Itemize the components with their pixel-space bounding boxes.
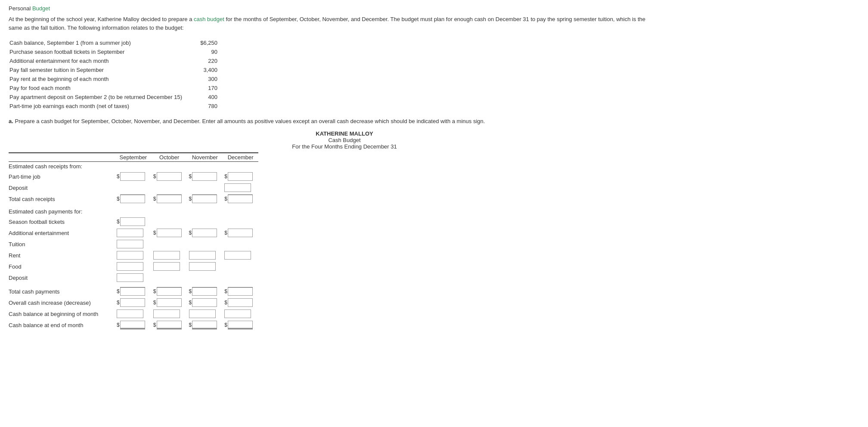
info-value: 170 xyxy=(200,84,235,92)
total-receipts-row: Total cash receipts $ $ $ xyxy=(9,193,258,204)
entertainment-sep-input[interactable] xyxy=(117,229,143,237)
deposit-dec-cell xyxy=(223,182,258,193)
total-payments-oct-input[interactable] xyxy=(157,287,182,296)
info-value: $6,250 xyxy=(200,39,235,47)
dollar-sign: $ xyxy=(189,196,192,202)
total-receipts-oct-input[interactable] xyxy=(157,195,182,203)
info-label: Part-time job earnings each month (net o… xyxy=(9,102,199,110)
part-time-job-row: Part-time job $ $ $ xyxy=(9,171,258,182)
tuition-sep-input[interactable] xyxy=(117,240,143,248)
overall-sep-cell: $ xyxy=(115,297,152,308)
dollar-sign: $ xyxy=(153,196,156,202)
total-payments-row: Total cash payments $ $ $ xyxy=(9,286,258,297)
info-label: Pay for food each month xyxy=(9,84,199,92)
receipts-header-row: Estimated cash receipts from: xyxy=(9,162,258,171)
cash-beg-nov-input[interactable] xyxy=(189,309,216,318)
total-payments-oct-cell: $ xyxy=(152,286,187,297)
budget-header: KATHERINE MALLOY Cash Budget For the Fou… xyxy=(9,130,680,150)
tuition-label: Tuition xyxy=(9,238,115,250)
deposit-payments-label: Deposit xyxy=(9,272,115,283)
total-payments-sep-input[interactable] xyxy=(120,287,145,296)
dollar-sign: $ xyxy=(117,288,120,294)
cash-end-sep-input[interactable] xyxy=(120,321,145,329)
col-dec-header: December xyxy=(223,153,258,162)
rent-label: Rent xyxy=(9,250,115,261)
info-label: Purchase season football tickets in Sept… xyxy=(9,48,199,56)
part-time-job-label: Part-time job xyxy=(9,171,115,182)
part-time-dec-input[interactable] xyxy=(228,172,253,181)
rent-sep-input[interactable] xyxy=(117,251,143,260)
food-sep-input[interactable] xyxy=(117,262,143,271)
deposit-receipts-label: Deposit xyxy=(9,182,115,193)
cash-end-oct-input[interactable] xyxy=(157,321,182,329)
deposit-payments-sep-input[interactable] xyxy=(117,273,143,282)
cash-beg-sep-cell xyxy=(115,308,152,319)
dollar-sign: $ xyxy=(189,288,192,294)
total-receipts-nov-input[interactable] xyxy=(192,195,217,203)
season-sep-cell: $ xyxy=(115,216,152,227)
food-oct-input[interactable] xyxy=(153,262,180,271)
cash-budget-link[interactable]: cash budget xyxy=(194,16,224,22)
tuition-sep-cell xyxy=(115,238,152,250)
total-receipts-dec-input[interactable] xyxy=(228,195,253,203)
total-receipts-sep-cell: $ xyxy=(115,193,152,204)
part-time-oct-input[interactable] xyxy=(157,172,182,181)
overall-nov-cell: $ xyxy=(187,297,223,308)
total-receipts-sep-input[interactable] xyxy=(120,195,145,203)
dollar-sign: $ xyxy=(189,300,192,306)
overall-nov-input[interactable] xyxy=(192,298,217,307)
rent-nov-cell xyxy=(187,250,223,261)
rent-dec-input[interactable] xyxy=(224,251,251,260)
cash-end-oct-cell: $ xyxy=(152,319,187,331)
entertainment-oct-input[interactable] xyxy=(157,229,182,237)
food-row: Food xyxy=(9,261,258,272)
food-sep-cell xyxy=(115,261,152,272)
total-receipts-dec-cell: $ xyxy=(223,193,258,204)
intro-paragraph: At the beginning of the school year, Kat… xyxy=(9,15,654,32)
intro-text1: At the beginning of the school year, Kat… xyxy=(9,16,194,22)
budget-table: September October November December Esti… xyxy=(9,152,258,331)
entertainment-nov-cell: $ xyxy=(187,227,223,238)
total-payments-nov-input[interactable] xyxy=(192,287,217,296)
cash-beg-dec-input[interactable] xyxy=(224,309,251,318)
rent-nov-input[interactable] xyxy=(189,251,216,260)
cash-beg-oct-input[interactable] xyxy=(153,309,180,318)
entertainment-row: Additional entertainment $ $ xyxy=(9,227,258,238)
entertainment-dec-input[interactable] xyxy=(228,229,253,237)
overall-cash-label: Overall cash increase (decrease) xyxy=(9,297,115,308)
total-payments-label: Total cash payments xyxy=(9,286,115,297)
deposit-payments-sep-cell xyxy=(115,272,152,283)
col-nov-header: November xyxy=(187,153,223,162)
cash-end-label: Cash balance at end of month xyxy=(9,319,115,331)
dollar-sign: $ xyxy=(224,322,227,328)
cash-beg-sep-input[interactable] xyxy=(117,309,143,318)
part-time-nov-input[interactable] xyxy=(192,172,217,181)
overall-oct-input[interactable] xyxy=(157,298,182,307)
part-time-sep-input[interactable] xyxy=(120,172,145,181)
cash-beg-dec-cell xyxy=(223,308,258,319)
info-label: Additional entertainment for each month xyxy=(9,57,199,65)
cash-end-dec-input[interactable] xyxy=(228,321,253,329)
info-value: 220 xyxy=(200,57,235,65)
entertainment-nov-input[interactable] xyxy=(192,229,217,237)
cash-beg-nov-cell xyxy=(187,308,223,319)
overall-oct-cell: $ xyxy=(152,297,187,308)
deposit-receipts-row: Deposit xyxy=(9,182,258,193)
dollar-sign: $ xyxy=(117,173,120,179)
overall-dec-input[interactable] xyxy=(228,298,253,307)
season-tickets-label: Season football tickets xyxy=(9,216,115,227)
dollar-sign: $ xyxy=(224,230,227,236)
dollar-sign: $ xyxy=(189,230,192,236)
cash-end-row: Cash balance at end of month $ $ $ xyxy=(9,319,258,331)
col-sep-header: September xyxy=(115,153,152,162)
deposit-dec-input[interactable] xyxy=(224,183,251,192)
overall-sep-input[interactable] xyxy=(120,298,145,307)
total-payments-dec-input[interactable] xyxy=(228,287,253,296)
entertainment-dec-cell: $ xyxy=(223,227,258,238)
cash-end-nov-input[interactable] xyxy=(192,321,217,329)
season-sep-input[interactable] xyxy=(120,217,145,226)
question-text: a. Prepare a cash budget for September, … xyxy=(9,118,680,124)
food-nov-input[interactable] xyxy=(189,262,216,271)
cash-beg-oct-cell xyxy=(152,308,187,319)
rent-oct-input[interactable] xyxy=(153,251,180,260)
